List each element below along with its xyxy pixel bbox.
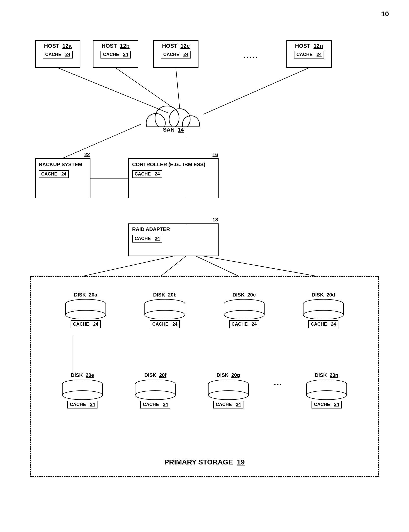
svg-line-55: [161, 256, 186, 276]
page-number: 10: [381, 10, 389, 18]
disks-ellipsis: .....: [274, 380, 281, 386]
disk-20d: DISK 20d CACHE 24: [296, 292, 351, 328]
disk-20c-cache: CACHE 24: [229, 320, 259, 328]
host-12b-label: HOST 12b: [96, 43, 135, 49]
host-12n-cache: CACHE 24: [294, 51, 324, 58]
disk-20a-cache: CACHE 24: [71, 320, 101, 328]
disk-20e-cache: CACHE 24: [67, 401, 97, 408]
disk-20g-cache: CACHE 24: [213, 401, 243, 408]
svg-point-10: [66, 310, 106, 319]
disk-20f-label: DISK 20f: [144, 372, 167, 378]
host-12a-cache: CACHE 24: [43, 51, 73, 58]
disk-group-bottom: DISK 20e CACHE 24 DISK 20f: [31, 372, 378, 408]
disk-20g: DISK 20g CACHE 24: [201, 372, 256, 408]
svg-point-35: [135, 391, 175, 400]
backup-system: 22 BACKUP SYSTEM CACHE 24: [35, 158, 90, 198]
disk-20c-label: DISK 20c: [233, 292, 256, 298]
raid-ref: 18: [213, 217, 218, 223]
raid-label: RAID ADAPTER: [132, 226, 215, 232]
disk-20e-label: DISK 20e: [71, 372, 94, 378]
host-12c: HOST 12c CACHE 24: [153, 40, 198, 68]
disk-20f: DISK 20f CACHE 24: [128, 372, 183, 408]
host-12n-label: HOST 12n: [290, 43, 328, 49]
svg-point-25: [303, 310, 343, 319]
raid-adapter: 18 RAID ADAPTER CACHE 24: [128, 223, 219, 256]
host-12b: HOST 12b CACHE 24: [93, 40, 138, 68]
host-12a: HOST 12a CACHE 24: [35, 40, 80, 68]
primary-storage-box: DISK 20a CACHE 24 DISK 20b: [30, 276, 379, 477]
svg-point-45: [306, 391, 347, 400]
disk-20n-label: DISK 20n: [315, 372, 338, 378]
disk-20c: DISK 20c CACHE 24: [217, 292, 272, 328]
disk-20n: DISK 20n CACHE 24: [299, 372, 354, 408]
controller-cache: CACHE 24: [132, 170, 162, 178]
host-12b-cache: CACHE 24: [100, 51, 131, 58]
hosts-ellipsis: .....: [244, 51, 259, 60]
disk-20b-label: DISK 20b: [153, 292, 177, 298]
controller: 16 CONTROLLER (E.G., IBM ESS) CACHE 24: [128, 158, 219, 198]
host-12a-label: HOST 12a: [39, 43, 77, 49]
disk-20f-cache: CACHE 24: [140, 401, 170, 408]
primary-storage-label: PRIMARY STORAGE 19: [164, 458, 245, 466]
backup-label: BACKUP SYSTEM: [39, 161, 87, 168]
backup-ref: 22: [84, 152, 90, 157]
backup-cache: CACHE 24: [39, 170, 69, 178]
svg-line-54: [83, 256, 173, 276]
svg-point-20: [224, 310, 264, 319]
disk-20a-label: DISK 20a: [74, 292, 97, 298]
disk-group-top: DISK 20a CACHE 24 DISK 20b: [31, 292, 378, 328]
svg-point-30: [62, 391, 103, 400]
raid-cache: CACHE 24: [132, 235, 162, 243]
san-label: SAN 14: [163, 127, 184, 133]
disk-20d-cache: CACHE 24: [308, 320, 338, 328]
disk-20d-label: DISK 20d: [312, 292, 335, 298]
disk-20e: DISK 20e CACHE 24: [55, 372, 110, 408]
diagram-container: HOST 12a CACHE 24 HOST 12b CACHE 24 HOST…: [20, 25, 389, 517]
disk-20g-label: DISK 20g: [217, 372, 240, 378]
disk-20a: DISK 20a CACHE 24: [58, 292, 113, 328]
host-12c-label: HOST 12c: [157, 43, 195, 49]
svg-line-49: [203, 68, 309, 114]
disk-20b: DISK 20b CACHE 24: [137, 292, 192, 328]
disk-20n-cache: CACHE 24: [312, 401, 342, 408]
svg-point-40: [208, 391, 248, 400]
svg-point-15: [145, 310, 185, 319]
svg-line-56: [196, 256, 239, 276]
controller-ref: 16: [213, 152, 218, 157]
svg-line-57: [203, 256, 317, 276]
controller-label: CONTROLLER (E.G., IBM ESS): [132, 161, 215, 168]
san-cloud: SAN 14: [141, 98, 206, 138]
svg-line-52: [63, 124, 141, 158]
host-12c-cache: CACHE 24: [161, 51, 191, 58]
disk-20b-cache: CACHE 24: [150, 320, 180, 328]
host-12n: HOST 12n CACHE 24: [286, 40, 332, 68]
